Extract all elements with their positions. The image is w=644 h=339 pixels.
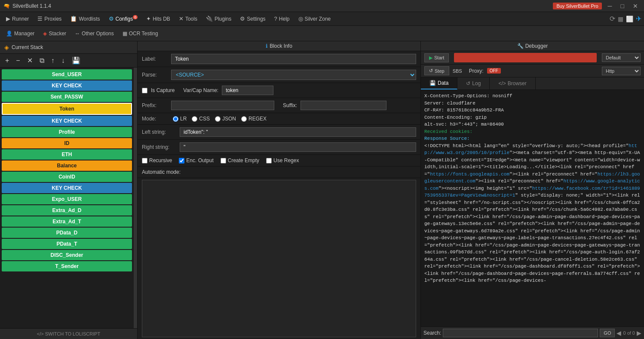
go-button[interactable]: GO (600, 329, 615, 337)
other-options-button[interactable]: ↔ Other Options (71, 29, 117, 38)
mode-lr-radio[interactable] (173, 116, 178, 122)
block-id[interactable]: ID (2, 138, 132, 148)
tab-data[interactable]: 💾 Data (421, 77, 457, 89)
menu-item-hitsdb[interactable]: ✦ Hits DB (143, 14, 174, 24)
block-token[interactable]: Token (2, 103, 132, 115)
block-key-check-3[interactable]: KEY CHECK (2, 183, 132, 193)
cap-name-input[interactable] (222, 86, 273, 95)
menu-item-settings[interactable]: ⚙ Settings (236, 14, 269, 24)
ocr-testing-button[interactable]: ▦ OCR Testing (119, 29, 162, 38)
recursive-checkbox[interactable] (142, 158, 147, 163)
copy-block-button[interactable]: ⧉ (38, 56, 46, 65)
menu-item-tools[interactable]: ✕ Tools (175, 14, 201, 24)
create-empty-checkbox[interactable] (221, 158, 226, 163)
mode-regex[interactable]: REGEX (241, 116, 267, 122)
hitsdb-icon: ✦ (146, 15, 151, 22)
mode-lr[interactable]: LR (173, 116, 187, 122)
block-t-sender[interactable]: T_Sender (2, 261, 132, 271)
block-expo-user[interactable]: Expo_USER (2, 194, 132, 204)
menu-item-proxies[interactable]: ☰ Proxies (34, 14, 65, 24)
manager-button[interactable]: 👤 Manager (3, 29, 38, 38)
right-string-input[interactable] (180, 142, 416, 152)
move-up-button[interactable]: ↑ (49, 56, 56, 65)
remove-block-button[interactable]: − (14, 56, 21, 65)
debug-content: X-Content-Type-Options: nosniff Server: … (421, 90, 644, 327)
step-button[interactable]: ↺ Step (424, 66, 449, 75)
use-regex-checkbox[interactable] (266, 158, 272, 163)
save-block-button[interactable]: 💾 (70, 55, 82, 65)
grid-icon[interactable]: ▦ (618, 15, 623, 22)
default-select[interactable]: Default (602, 53, 641, 62)
is-capture-label: Is Capture (151, 87, 175, 93)
history-icon[interactable]: ⟳ (610, 15, 615, 23)
block-coinid[interactable]: CoinID (2, 172, 132, 182)
block-send-user[interactable]: Send_USER (2, 69, 132, 80)
is-capture-checkbox[interactable] (142, 88, 147, 93)
create-empty-option[interactable]: Create Empty (221, 157, 259, 163)
block-extra-ad-t[interactable]: Extra_Ad_T (2, 216, 132, 227)
block-profile[interactable]: Profile (2, 127, 132, 137)
monitor-icon[interactable]: ⬜ (626, 15, 633, 22)
sbs-label: SBS (453, 68, 462, 74)
move-down-button[interactable]: ↓ (60, 56, 67, 65)
stacker-button[interactable]: ◈ Stacker (40, 29, 70, 38)
enc-output-option[interactable]: Enc. Output (179, 157, 213, 163)
nav-prev-button[interactable]: ◀ (616, 330, 621, 336)
mode-regex-radio[interactable] (241, 116, 247, 122)
switch-to-loliscript-button[interactable]: </> SWITCH TO LOLISCRIPT (0, 328, 137, 339)
recursive-option[interactable]: Recursive (142, 157, 172, 163)
buy-button[interactable]: Buy SilverBullet Pro (553, 3, 601, 9)
block-pdata-d[interactable]: PData_D (2, 228, 132, 238)
manager-icon: 👤 (6, 31, 12, 37)
block-eth[interactable]: ETH (2, 149, 132, 160)
block-extra-ad-d[interactable]: Extra_Ad_D (2, 205, 132, 216)
runner-icon: ▶ (6, 15, 10, 22)
label-input[interactable] (171, 54, 416, 64)
menu-item-wordlists[interactable]: 📋 Wordlists (67, 14, 103, 24)
search-input[interactable] (443, 329, 598, 337)
block-disc-sender[interactable]: DISC_Sender (2, 250, 132, 260)
block-pdata-t[interactable]: PData_T (2, 239, 132, 249)
menu-item-help[interactable]: ? Help (271, 14, 293, 24)
block-key-check-1[interactable]: KEY CHECK (2, 80, 132, 91)
debugger-header: 🔧 Debugger (421, 41, 644, 51)
prefix-input[interactable] (171, 101, 274, 110)
block-balance[interactable]: Balance (2, 160, 132, 171)
use-regex-option[interactable]: Use Regex (266, 157, 299, 163)
other-options-icon: ↔ (75, 31, 80, 37)
block-key-check-2[interactable]: KEY CHECK (2, 116, 132, 126)
close-button[interactable]: ✕ (630, 2, 641, 10)
menu-item-runner[interactable]: ▶ Runner (3, 14, 32, 24)
menu-item-plugins[interactable]: 🔌 Plugins (202, 14, 235, 24)
menu-item-silverzone[interactable]: ◎ Silver Zone (295, 14, 334, 24)
debug-line: Received cookies: (424, 128, 641, 136)
cancel-block-button[interactable]: ✕ (25, 55, 34, 65)
parse-select[interactable]: <SOURCE> (171, 70, 416, 80)
menu-item-configs[interactable]: ⚙ Configs 6 (105, 14, 141, 24)
left-string-row: Left string: (138, 125, 420, 140)
mode-css[interactable]: CSS (192, 116, 210, 122)
suffix-input[interactable] (301, 101, 386, 110)
block-list-scrollbar[interactable] (134, 68, 137, 328)
settings-icon: ⚙ (240, 15, 245, 22)
tab-browser[interactable]: </> Browser (490, 77, 535, 89)
label-field-label: Label: (142, 56, 168, 62)
block-sent-passw[interactable]: Sent_PASSW (2, 92, 132, 102)
http-select[interactable]: Http (602, 67, 641, 75)
mode-json-radio[interactable] (215, 116, 221, 122)
debug-line: <!DOCTYPE html><html lang="en" style="ov… (424, 142, 641, 284)
maximize-button[interactable]: □ (618, 2, 627, 10)
left-panel: ◈ Current Stack + − ✕ ⧉ ↑ ↓ 💾 Send_USER … (0, 41, 138, 339)
mode-css-radio[interactable] (192, 116, 197, 122)
chat-icon[interactable]: ✈ (636, 15, 641, 23)
enc-output-checkbox[interactable] (179, 158, 184, 163)
mode-json[interactable]: JSON (215, 116, 236, 122)
search-count: 0 of 0 (623, 330, 635, 336)
tab-log[interactable]: ↺ Log (457, 77, 490, 89)
start-button[interactable]: ▶ Start (424, 53, 449, 62)
nav-next-button[interactable]: ▶ (637, 330, 641, 336)
minimize-button[interactable]: ─ (605, 2, 615, 10)
add-block-button[interactable]: + (3, 56, 11, 65)
menubar: ▶ Runner ☰ Proxies 📋 Wordlists ⚙ Configs… (0, 12, 644, 26)
left-string-input[interactable] (180, 127, 416, 137)
